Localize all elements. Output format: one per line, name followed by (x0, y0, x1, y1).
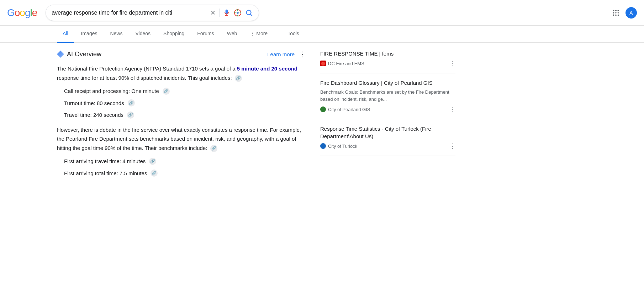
svg-point-5 (615, 10, 617, 11)
divider (219, 9, 220, 17)
user-avatar[interactable]: A (625, 7, 637, 19)
list-item: Travel time: 240 seconds 🔗 (64, 110, 306, 120)
svg-point-9 (618, 12, 619, 14)
nav-tabs: All Images News Videos Shopping Forums W… (0, 26, 644, 43)
tab-images[interactable]: Images (75, 26, 103, 43)
ai-diamond-icon (57, 51, 64, 58)
list-item: Turnout time: 80 seconds 🔗 (64, 99, 306, 108)
search-input[interactable] (52, 10, 207, 16)
tab-forums[interactable]: Forums (191, 26, 220, 43)
tab-all[interactable]: All (57, 26, 74, 43)
learn-more-link[interactable]: Learn more (267, 51, 295, 57)
citation-link-7[interactable]: 🔗 (151, 170, 158, 177)
ai-bullets-2: First arriving travel time: 4 minutes 🔗 … (64, 157, 306, 178)
more-dots-icon: ⋮ (250, 31, 255, 36)
tab-shopping[interactable]: Shopping (158, 26, 190, 43)
citation-link-2[interactable]: 🔗 (163, 88, 170, 95)
ai-body: The National Fire Protection Agency (NFP… (57, 64, 306, 178)
list-item: First arriving travel time: 4 minutes 🔗 (64, 157, 306, 166)
source-footer-1: 🔴 DC Fire and EMS ⋮ (320, 59, 455, 67)
source-footer-3: City of Turlock ⋮ (320, 142, 455, 150)
search-submit-icon[interactable] (245, 9, 253, 17)
right-panel: FIRE RESPONSE TIME | fems 🔴 DC Fire and … (320, 50, 455, 183)
svg-point-7 (613, 12, 614, 14)
ai-overview-header: AI Overview Learn more ⋮ (57, 50, 306, 58)
ai-overview-label: AI Overview (67, 51, 101, 58)
list-item: First arriving total time: 7.5 minutes 🔗 (64, 169, 306, 178)
main-content: AI Overview Learn more ⋮ The National Fi… (0, 43, 644, 191)
citation-link-5[interactable]: 🔗 (210, 145, 217, 152)
citation-link-6[interactable]: 🔗 (149, 158, 156, 165)
tab-more[interactable]: ⋮ More (244, 26, 273, 43)
favicon-2 (320, 106, 326, 112)
source-footer-2: City of Pearland GIS ⋮ (320, 105, 455, 113)
source-snippet-2: Benchmark Goals: Benchmarks are set by t… (320, 89, 455, 103)
favicon-1: 🔴 (320, 61, 326, 66)
list-item: Call receipt and processing: One minute … (64, 87, 306, 96)
tab-tools[interactable]: Tools (282, 26, 305, 43)
source-site-1: 🔴 DC Fire and EMS (320, 61, 364, 66)
source-title-3[interactable]: Response Time Statistics - City of Turlo… (320, 125, 455, 140)
svg-point-12 (618, 14, 619, 16)
ai-paragraph-1: The National Fire Protection Agency (NFP… (57, 64, 306, 82)
header-right: A (612, 7, 637, 19)
svg-point-10 (613, 14, 614, 16)
ai-more-options-icon[interactable]: ⋮ (299, 50, 306, 58)
source-site-2: City of Pearland GIS (320, 106, 370, 112)
svg-point-4 (613, 10, 614, 11)
svg-point-11 (615, 14, 617, 16)
source-card-1: FIRE RESPONSE TIME | fems 🔴 DC Fire and … (320, 50, 455, 73)
left-panel: AI Overview Learn more ⋮ The National Fi… (57, 50, 306, 183)
ai-bullets-1: Call receipt and processing: One minute … (64, 87, 306, 120)
citation-link-1[interactable]: 🔗 (235, 75, 242, 82)
source-title-2[interactable]: Fire Dashboard Glossary | City of Pearla… (320, 79, 455, 87)
clear-icon[interactable]: ✕ (210, 9, 216, 17)
svg-line-3 (250, 14, 252, 16)
source-site-3: City of Turlock (320, 143, 357, 149)
search-bar: ✕ (46, 5, 259, 21)
voice-search-icon[interactable] (223, 9, 230, 16)
svg-point-6 (618, 10, 619, 11)
google-apps-icon[interactable] (612, 9, 620, 17)
tab-videos[interactable]: Videos (130, 26, 157, 43)
favicon-3 (320, 143, 326, 149)
ai-overview-title: AI Overview (57, 51, 101, 58)
ai-paragraph-2: However, there is debate in the fire ser… (57, 125, 306, 153)
svg-point-8 (615, 12, 617, 14)
source-title-1[interactable]: FIRE RESPONSE TIME | fems (320, 50, 455, 57)
source-card-3: Response Time Statistics - City of Turlo… (320, 119, 455, 156)
source-more-icon-2[interactable]: ⋮ (449, 105, 455, 113)
citation-link-3[interactable]: 🔗 (128, 99, 135, 106)
google-logo: Google (7, 7, 37, 19)
tab-news[interactable]: News (104, 26, 128, 43)
svg-point-1 (237, 12, 239, 14)
source-more-icon-1[interactable]: ⋮ (449, 59, 455, 67)
ai-overview-actions: Learn more ⋮ (267, 50, 306, 58)
lens-icon[interactable] (234, 9, 242, 17)
source-more-icon-3[interactable]: ⋮ (449, 142, 455, 150)
citation-link-4[interactable]: 🔗 (127, 111, 134, 119)
source-card-2: Fire Dashboard Glossary | City of Pearla… (320, 73, 455, 119)
tab-web[interactable]: Web (221, 26, 243, 43)
